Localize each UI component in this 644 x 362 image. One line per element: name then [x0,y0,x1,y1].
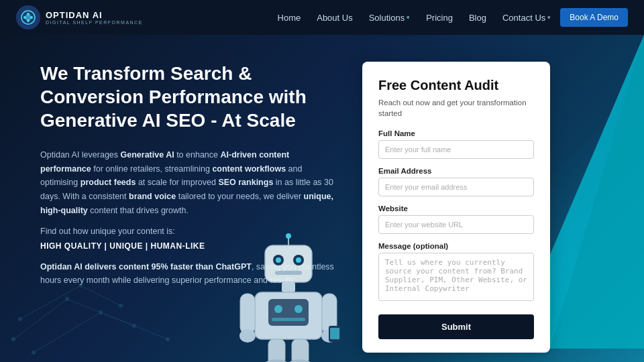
contact-form-card: Free Content Audit Reach out now and get… [362,62,550,353]
email-input[interactable] [378,178,534,196]
svg-rect-34 [272,318,305,321]
nav-home[interactable]: Home [271,9,308,27]
svg-rect-31 [268,299,309,326]
svg-point-3 [27,19,30,22]
book-demo-button[interactable]: Book A Demo [560,8,628,27]
contact-arrow: ▾ [547,14,551,21]
solutions-arrow: ▾ [407,14,410,21]
hero-body: Optidan AI leverages Generative AI to en… [40,148,335,217]
email-group: Email Address [378,167,534,196]
svg-point-33 [294,305,303,313]
svg-point-27 [296,257,301,263]
svg-rect-23 [265,245,312,282]
svg-point-37 [239,329,256,343]
svg-point-4 [23,16,26,19]
hero-title: We Transform Search & Conversion Perform… [40,62,335,132]
svg-point-5 [30,16,33,19]
nav-solutions[interactable]: Solutions ▾ [362,9,417,27]
svg-rect-40 [330,328,339,339]
robot-image [228,219,349,362]
submit-button[interactable]: Submit [378,314,534,339]
svg-rect-41 [268,339,285,362]
nav-about[interactable]: About Us [310,9,359,27]
nav-pricing[interactable]: Pricing [419,9,460,27]
fullname-label: Full Name [378,129,534,137]
website-group: Website [378,204,534,234]
form-title: Free Content Audit [378,78,534,93]
email-label: Email Address [378,167,534,175]
website-input[interactable] [378,215,534,234]
svg-point-46 [286,233,291,239]
nav-blog[interactable]: Blog [462,9,493,27]
svg-rect-29 [282,282,295,292]
fullname-input[interactable] [378,140,534,159]
logo-subtitle: DIGITAL SHELF PERFORMANCE [46,20,143,25]
svg-point-32 [274,305,282,313]
form-subtitle: Reach out now and get your transformatio… [378,97,534,119]
hero-content: We Transform Search & Conversion Perform… [0,35,644,362]
website-label: Website [378,204,534,213]
robot-svg [235,232,342,362]
logo[interactable]: OPTIDAN AI DIGITAL SHELF PERFORMANCE [16,5,143,29]
svg-point-26 [276,257,281,263]
hero-section: We Transform Search & Conversion Perform… [0,35,644,362]
message-group: Message (optional) [378,242,534,304]
logo-text: OPTIDAN AI DIGITAL SHELF PERFORMANCE [46,10,143,25]
svg-rect-35 [240,294,255,334]
message-label: Message (optional) [378,242,534,250]
svg-rect-28 [275,271,302,275]
nav-links: Home About Us Solutions ▾ Pricing Blog C… [271,8,628,27]
logo-icon [16,5,40,29]
svg-rect-42 [292,339,309,362]
svg-point-2 [27,13,30,15]
logo-title: OPTIDAN AI [46,10,143,20]
message-textarea[interactable] [378,253,534,301]
nav-contact[interactable]: Contact Us ▾ [496,9,557,27]
navbar: OPTIDAN AI DIGITAL SHELF PERFORMANCE Hom… [0,0,644,35]
fullname-group: Full Name [378,129,534,159]
